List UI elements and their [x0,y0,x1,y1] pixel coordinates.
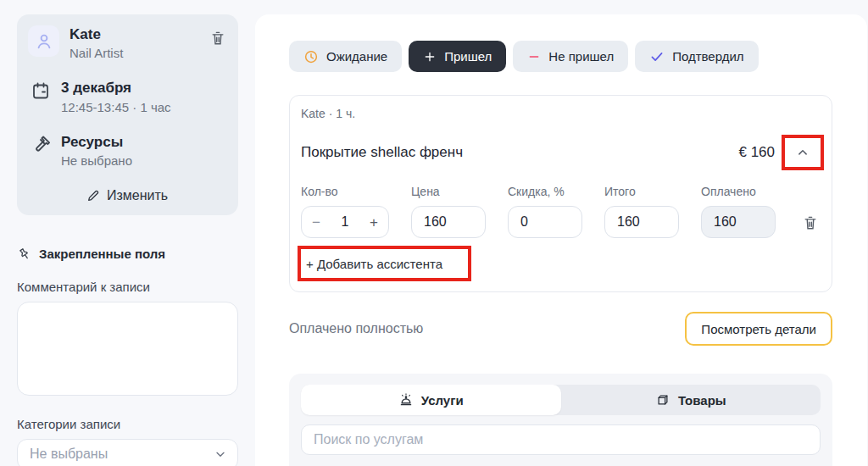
tab-label: Товары [678,393,726,408]
edit-label: Изменить [107,188,168,203]
discount-field: Скидка, % [508,185,582,238]
trash-icon [209,30,226,47]
discount-input[interactable] [508,206,582,238]
annotation-box-add-assistant: + Добавить ассистента [298,246,471,281]
quantity-decrease-button[interactable]: − [310,215,322,230]
categories-select[interactable]: Не выбраны [17,439,238,466]
avatar [28,25,59,57]
categories-label: Категории записи [17,417,238,431]
person-icon [34,31,54,52]
quantity-value: 1 [342,214,349,230]
service-price: € 160 [738,144,775,161]
status-label: Подтвердил [672,49,743,64]
payment-row: Оплачено полностью Посмотреть детали [289,312,832,346]
edit-appointment-button[interactable]: Изменить [28,188,226,203]
hammer-icon [31,135,51,155]
total-input[interactable] [604,206,679,238]
status-label: Ожидание [326,49,387,64]
pencil-icon [86,189,100,202]
comment-textarea[interactable] [17,302,238,396]
clock-icon [303,49,319,64]
view-details-button[interactable]: Посмотреть детали [685,312,832,346]
paid-field: Оплачено [701,185,776,238]
client-name: Kate [70,25,199,43]
catalog-tab-bar: Услуги Товары [301,385,821,415]
service-title: Покрытие shellac френч [301,144,463,161]
price-label: Цена [411,185,486,198]
resources-title: Ресурсы [61,133,226,151]
quantity-label: Кол-во [301,185,389,198]
total-field: Итого [604,185,679,238]
minus-icon [527,50,541,64]
tab-products[interactable]: Товары [561,385,821,415]
status-no-show-button[interactable]: Не пришел [513,41,628,72]
categories-value: Не выбраны [30,447,108,462]
collapse-service-button[interactable] [795,145,810,160]
tab-services[interactable]: Услуги [301,385,561,415]
appointment-info-card: Kate Nail Artist 3 декабря 12:45-13:45 ·… [17,14,238,215]
search-services-input[interactable] [301,424,821,455]
calendar-icon [31,80,51,101]
delete-service-button[interactable] [802,214,819,231]
client-row: Kate Nail Artist [28,25,226,60]
comment-label: Комментарий к записи [17,280,238,294]
status-waiting-button[interactable]: Ожидание [289,41,402,72]
pinned-fields-header: Закрепленные поля [17,247,238,262]
price-field: Цена [411,185,486,238]
check-icon [649,49,665,64]
tab-label: Услуги [421,393,464,408]
resources-row: Ресурсы Не выбрано [28,133,226,168]
appointment-main-panel: Ожидание Пришел Не пришел Подтвердил Kat… [255,14,867,466]
cube-icon [655,392,670,408]
service-master-duration: Kate · 1 ч. [301,107,819,120]
pinned-fields-title: Закрепленные поля [39,247,165,261]
trash-icon [802,214,819,231]
price-input[interactable] [411,206,486,238]
total-label: Итого [604,185,679,198]
paid-label: Оплачено [701,185,776,198]
plus-icon [423,50,437,64]
status-buttons-row: Ожидание Пришел Не пришел Подтвердил [289,41,832,72]
quantity-field: Кол-во − 1 + [301,185,389,238]
remove-client-button[interactable] [209,30,226,47]
bell-icon [398,392,414,408]
annotation-box-collapse [782,135,824,170]
status-arrived-button[interactable]: Пришел [409,41,506,72]
appointment-sidebar: Kate Nail Artist 3 декабря 12:45-13:45 ·… [17,14,238,466]
service-card: Kate · 1 ч. Покрытие shellac френч € 160… [289,95,832,292]
datetime-row: 3 декабря 12:45-13:45 · 1 час [28,79,226,114]
status-confirmed-button[interactable]: Подтвердил [635,41,758,72]
add-assistant-button[interactable]: + Добавить ассистента [306,257,442,271]
quantity-stepper: − 1 + [301,206,389,238]
chevron-up-icon [795,145,810,160]
chevron-down-icon [214,447,227,461]
status-label: Не пришел [548,49,614,64]
resources-value: Не выбрано [61,153,226,168]
client-role: Nail Artist [70,46,199,60]
status-label: Пришел [444,49,492,64]
quantity-increase-button[interactable]: + [368,215,380,230]
catalog-panel: Услуги Товары [289,374,832,466]
paid-input[interactable] [701,206,776,238]
payment-status-text: Оплачено полностью [289,321,423,336]
appointment-date: 3 декабря [61,79,226,97]
discount-label: Скидка, % [508,185,582,198]
pin-icon [14,243,35,264]
service-fields-row: Кол-во − 1 + Цена Скидка, % Итого Опл [301,185,819,238]
appointment-time: 12:45-13:45 · 1 час [61,100,226,114]
